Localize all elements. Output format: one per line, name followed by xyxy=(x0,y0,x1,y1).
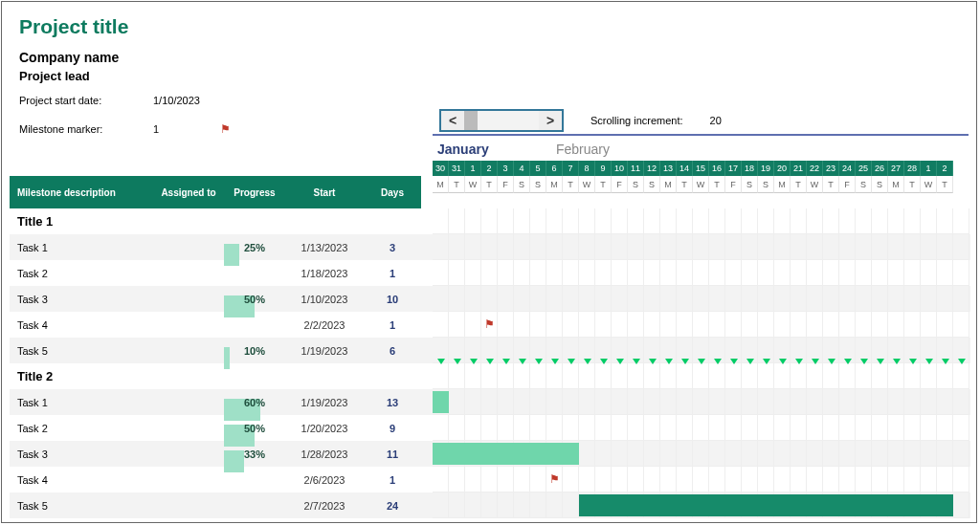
task-days[interactable]: 24 xyxy=(364,500,421,512)
task-name: Task 2 xyxy=(10,423,153,434)
task-start[interactable]: 1/20/2023 xyxy=(285,423,364,434)
col-progress: Progress xyxy=(224,187,285,198)
task-progress[interactable]: 60% xyxy=(224,397,285,408)
col-assigned: Assigned to xyxy=(153,187,224,198)
task-days[interactable]: 13 xyxy=(364,397,421,408)
task-progress[interactable]: 33% xyxy=(224,448,285,460)
task-row[interactable]: Task 510%1/19/20236 xyxy=(10,338,970,363)
company-name: Company name xyxy=(2,46,976,67)
gantt-cell xyxy=(433,338,970,363)
gantt-cell: ⚑ xyxy=(433,467,970,492)
group-title: Title 1 xyxy=(10,208,970,234)
task-days[interactable]: 3 xyxy=(364,242,421,253)
gantt-cell xyxy=(433,492,970,518)
gantt-cell xyxy=(433,260,970,286)
scroll-thumb[interactable] xyxy=(464,111,478,130)
task-row[interactable]: Task 21/18/20231 xyxy=(10,260,970,286)
task-name: Task 4 xyxy=(10,319,153,331)
task-days[interactable]: 1 xyxy=(364,474,421,486)
flag-icon: ⚑ xyxy=(220,122,231,136)
task-days[interactable]: 1 xyxy=(364,319,421,331)
gantt-cell xyxy=(433,441,970,467)
task-progress[interactable]: 50% xyxy=(224,294,285,305)
milestone-marker-value[interactable]: 1 xyxy=(153,123,220,135)
project-title: Project title xyxy=(2,2,976,46)
task-name: Task 3 xyxy=(10,448,153,460)
flag-icon: ⚑ xyxy=(549,472,560,486)
scroll-increment-label: Scrolling increment: xyxy=(590,115,683,126)
task-progress[interactable]: 10% xyxy=(224,345,285,357)
task-name: Task 5 xyxy=(10,345,153,357)
task-start[interactable]: 2/6/2023 xyxy=(285,474,364,486)
task-row[interactable]: Task 52/7/202324 xyxy=(10,492,970,518)
divider xyxy=(433,134,969,136)
task-days[interactable]: 6 xyxy=(364,345,421,357)
scroll-right-button[interactable]: > xyxy=(539,111,562,130)
task-row[interactable]: Task 42/6/20231⚑ xyxy=(10,467,970,492)
col-days: Days xyxy=(364,187,421,198)
group-title-text: Title 2 xyxy=(10,369,153,383)
task-progress[interactable]: 25% xyxy=(224,242,285,253)
month-label-2: February xyxy=(556,142,610,157)
scroll-increment-value[interactable]: 20 xyxy=(710,115,739,126)
task-rows: Title 1Task 125%1/13/20233Task 21/18/202… xyxy=(10,208,970,518)
gantt-bar xyxy=(579,494,953,516)
task-start[interactable]: 2/7/2023 xyxy=(285,500,364,512)
task-name: Task 1 xyxy=(10,397,153,408)
gantt-cell: ⚑ xyxy=(433,312,970,338)
group-title: Title 2 xyxy=(10,363,970,389)
scroll-track[interactable] xyxy=(464,111,539,130)
gantt-cell xyxy=(433,286,970,312)
project-lead: Project lead xyxy=(2,67,976,89)
task-row[interactable]: Task 333%1/28/202311 xyxy=(10,441,970,467)
task-days[interactable]: 11 xyxy=(364,448,421,460)
task-days[interactable]: 9 xyxy=(364,423,421,434)
milestone-marker-label: Milestone marker: xyxy=(19,123,153,135)
table-header: Milestone description Assigned to Progre… xyxy=(10,176,421,208)
task-name: Task 3 xyxy=(10,294,153,305)
task-start[interactable]: 1/19/2023 xyxy=(285,345,364,357)
col-start: Start xyxy=(285,187,364,198)
task-row[interactable]: Task 250%1/20/20239 xyxy=(10,415,970,441)
col-description: Milestone description xyxy=(10,187,153,198)
task-name: Task 5 xyxy=(10,500,153,512)
task-row[interactable]: Task 160%1/19/202313 xyxy=(10,389,970,415)
task-days[interactable]: 1 xyxy=(364,268,421,279)
month-label-1: January xyxy=(437,142,556,157)
gantt-cell xyxy=(433,415,970,441)
date-scroller[interactable]: < > xyxy=(439,109,564,132)
start-date-label: Project start date: xyxy=(19,95,153,106)
task-start[interactable]: 1/28/2023 xyxy=(285,448,364,460)
flag-icon: ⚑ xyxy=(484,317,495,331)
task-name: Task 1 xyxy=(10,242,153,253)
task-progress[interactable]: 50% xyxy=(224,423,285,434)
task-row[interactable]: Task 42/2/20231⚑ xyxy=(10,312,970,338)
task-start[interactable]: 1/13/2023 xyxy=(285,242,364,253)
task-start[interactable]: 1/19/2023 xyxy=(285,397,364,408)
task-start[interactable]: 2/2/2023 xyxy=(285,319,364,331)
task-name: Task 2 xyxy=(10,268,153,279)
gantt-bar xyxy=(433,391,449,413)
group-title-text: Title 1 xyxy=(10,214,153,229)
calendar-header: 30M31T1W2T3F4S5S6M7T8W9T10F11S12S13M14T1… xyxy=(433,161,953,193)
gantt-cell xyxy=(433,234,970,260)
task-row[interactable]: Task 125%1/13/20233 xyxy=(10,234,970,260)
task-name: Task 4 xyxy=(10,474,153,486)
scroll-left-button[interactable]: < xyxy=(441,111,464,130)
gantt-bar xyxy=(433,443,579,465)
task-days[interactable]: 10 xyxy=(364,294,421,305)
gantt-cell xyxy=(433,389,970,415)
task-row[interactable]: Task 350%1/10/202310 xyxy=(10,286,970,312)
task-start[interactable]: 1/10/2023 xyxy=(285,294,364,305)
start-date-value[interactable]: 1/10/2023 xyxy=(153,95,220,106)
task-start[interactable]: 1/18/2023 xyxy=(285,268,364,279)
